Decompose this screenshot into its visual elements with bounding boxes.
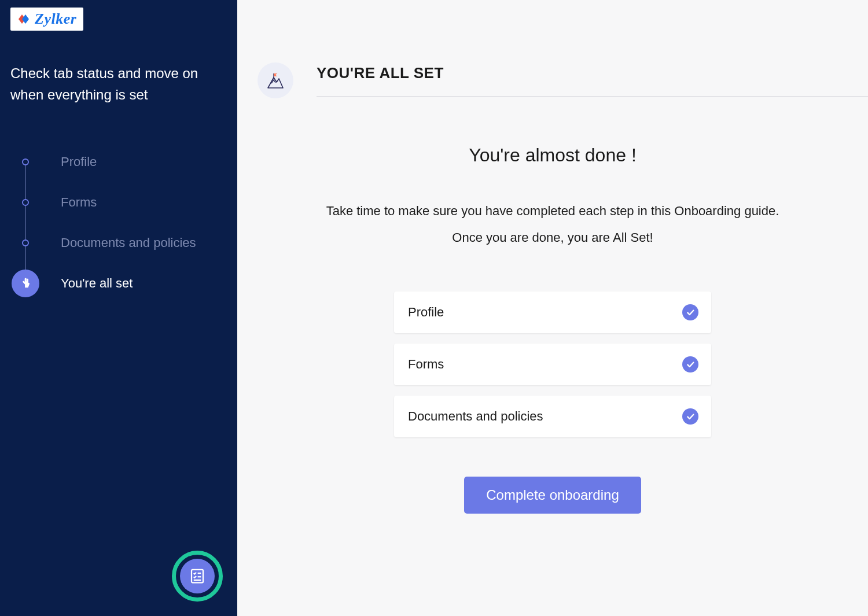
checklist-icon (180, 559, 215, 593)
onboarding-steps: Profile Forms Documents and policies You… (22, 149, 227, 297)
hero-subtitle: Take time to make sure you have complete… (272, 198, 833, 251)
brand-logo: Zylker (10, 8, 83, 31)
page-title: YOU'RE ALL SET (317, 64, 868, 82)
checklist-item-label: Profile (408, 305, 444, 320)
mountain-flag-icon (258, 62, 293, 98)
checklist-fab[interactable] (172, 551, 223, 602)
page-title-wrap: YOU'RE ALL SET (317, 64, 868, 97)
current-step-icon (12, 270, 39, 297)
checklist-item-forms[interactable]: Forms (394, 344, 711, 385)
hero-subtitle-line: Once you are done, you are All Set! (452, 230, 653, 245)
page-header: YOU'RE ALL SET (258, 62, 868, 98)
hero-subtitle-line: Take time to make sure you have complete… (326, 204, 779, 218)
checkmark-icon (682, 304, 698, 320)
checklist-item-label: Forms (408, 357, 444, 372)
brand-logo-icon (15, 12, 31, 26)
step-documents[interactable]: Documents and policies (22, 230, 227, 256)
brand-name: Zylker (35, 10, 76, 28)
step-label: Profile (61, 154, 97, 169)
hero-title: You're almost done ! (272, 145, 833, 166)
step-profile[interactable]: Profile (22, 149, 227, 175)
completion-checklist: Profile Forms Documents and policies (394, 292, 711, 437)
page-body: You're almost done ! Take time to make s… (237, 145, 868, 514)
checklist-item-label: Documents and policies (408, 409, 543, 424)
checkmark-icon (682, 356, 698, 372)
complete-onboarding-button[interactable]: Complete onboarding (464, 477, 641, 514)
checkmark-icon (682, 408, 698, 425)
sidebar: Zylker Check tab status and move on when… (0, 0, 237, 616)
main-content: YOU'RE ALL SET You're almost done ! Take… (237, 0, 868, 616)
step-label: You're all set (61, 276, 133, 291)
step-label: Forms (61, 195, 97, 210)
step-forms[interactable]: Forms (22, 189, 227, 216)
step-dot-icon (22, 199, 29, 206)
step-dot-icon (22, 158, 29, 165)
sidebar-subtitle: Check tab status and move on when everyt… (10, 62, 227, 105)
checklist-item-profile[interactable]: Profile (394, 292, 711, 333)
step-label: Documents and policies (61, 235, 196, 250)
step-dot-icon (22, 239, 29, 246)
step-all-set[interactable]: You're all set (22, 270, 227, 297)
checklist-item-documents[interactable]: Documents and policies (394, 396, 711, 437)
